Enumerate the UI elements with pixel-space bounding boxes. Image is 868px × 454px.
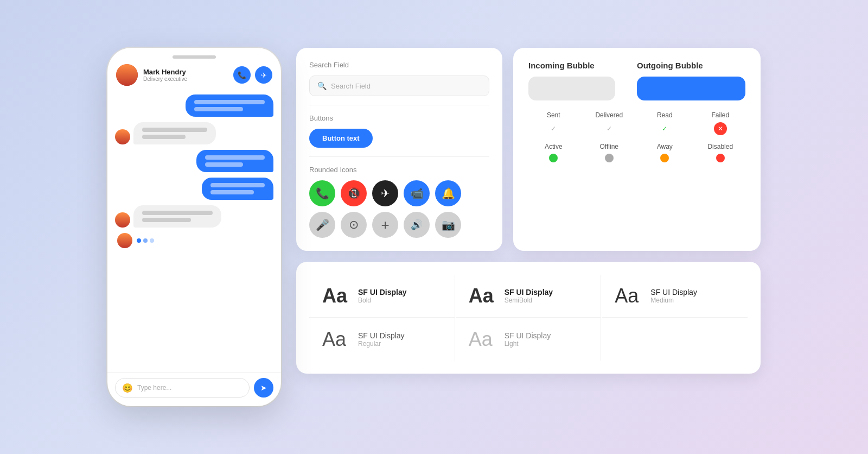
active-dot — [549, 154, 558, 162]
send-icon[interactable]: ✈ — [372, 180, 398, 206]
message-content — [142, 211, 213, 222]
target-icon[interactable]: ⊙ — [341, 212, 367, 238]
type-cell-medium: Aa SF UI Display Medium — [602, 275, 748, 318]
outgoing-bubble-preview — [637, 77, 745, 100]
type-info-regular: SF UI Display Regular — [358, 331, 405, 348]
video-icon[interactable]: 📹 — [404, 180, 430, 206]
incoming-avatar — [115, 129, 130, 144]
incoming-message-2 — [115, 205, 273, 228]
message-line — [142, 128, 207, 132]
message-line — [142, 211, 213, 215]
chat-area — [107, 90, 281, 372]
message-line — [142, 218, 191, 222]
incoming-message-1 — [115, 122, 273, 144]
outgoing-bubble-col: Outgoing Bubble — [637, 61, 745, 100]
buttons-section-title: Buttons — [309, 114, 489, 122]
type-weight-regular: Regular — [358, 340, 405, 348]
demo-button[interactable]: Button text — [309, 129, 373, 148]
read-status: Read ✓ — [640, 111, 690, 135]
search-placeholder-text: Search Field — [331, 82, 371, 90]
end-call-icon[interactable]: 📵 — [341, 180, 367, 206]
search-icon: 🔍 — [317, 81, 327, 90]
search-field[interactable]: 🔍 Search Field — [309, 75, 489, 96]
type-info-semibold: SF UI Display SemiBold — [505, 288, 553, 304]
type-cell-bold: Aa SF UI Display Bold — [309, 275, 455, 318]
contact-info: Mark Hendry Delivery executive — [143, 68, 228, 82]
message-line — [210, 183, 265, 187]
typography-panel: Aa SF UI Display Bold Aa SF UI Display S… — [296, 262, 761, 374]
type-aa-bold: Aa — [322, 285, 349, 307]
disabled-status: Disabled — [695, 143, 746, 162]
search-section-title: Search Field — [309, 61, 489, 69]
type-info-medium: SF UI Display Medium — [650, 288, 697, 304]
type-weight-light: Light — [505, 340, 551, 348]
outgoing-message-3 — [202, 178, 273, 200]
delivered-label: Delivered — [595, 111, 623, 119]
incoming-bubble-col: Incoming Bubble — [528, 61, 615, 100]
failed-label: Failed — [711, 111, 729, 119]
type-font-name: SF UI Display — [505, 288, 553, 297]
type-aa-medium: Aa — [615, 285, 642, 307]
call-button[interactable]: 📞 — [233, 66, 251, 84]
message-content — [142, 128, 207, 139]
message-line — [194, 100, 265, 104]
incoming-bubble-preview — [528, 77, 615, 100]
phone-mockup: Mark Hendry Delivery executive 📞 ✈ — [107, 48, 281, 406]
phone-icon[interactable]: 📞 — [309, 180, 335, 206]
contact-role: Delivery executive — [143, 76, 228, 82]
type-font-name: SF UI Display — [505, 331, 551, 340]
disabled-label: Disabled — [707, 143, 733, 150]
mic-icon[interactable]: 🎤 — [309, 212, 335, 238]
icons-section-title: Rounded Icons — [309, 166, 489, 174]
away-label: Away — [657, 143, 673, 150]
type-cell-semibold: Aa SF UI Display SemiBold — [456, 275, 602, 318]
type-aa-light: Aa — [469, 328, 496, 351]
sent-status: Sent ✓ — [528, 111, 579, 135]
offline-label: Offline — [600, 143, 618, 150]
typing-dots — [137, 238, 154, 243]
failed-status: Failed ✕ — [695, 111, 746, 135]
typing-dot-2 — [143, 238, 148, 243]
type-font-name: SF UI Display — [650, 288, 697, 297]
rounded-icons-row-1: 📞 📵 ✈ 📹 🔔 — [309, 180, 489, 206]
divider-1 — [309, 105, 489, 105]
incoming-bubble-title: Incoming Bubble — [528, 61, 615, 70]
delivered-status: Delivered ✓ — [584, 111, 635, 135]
bell-icon[interactable]: 🔔 — [435, 180, 461, 206]
bubble-top-row: Incoming Bubble Outgoing Bubble — [528, 61, 745, 100]
typing-avatar — [117, 233, 132, 248]
outgoing-message-1 — [186, 94, 273, 117]
incoming-avatar-2 — [115, 212, 130, 228]
message-line — [210, 190, 254, 194]
divider-2 — [309, 156, 489, 157]
incoming-bubble — [133, 122, 216, 144]
typing-indicator — [115, 233, 273, 248]
away-status: Away — [640, 143, 690, 162]
ui-components-panel: Search Field 🔍 Search Field Buttons Butt… — [296, 48, 502, 251]
emoji-icon: 😊 — [122, 383, 133, 393]
message-line — [194, 107, 243, 111]
input-placeholder: Type here... — [137, 384, 171, 392]
message-line — [205, 155, 265, 160]
typing-dot-1 — [137, 238, 141, 243]
camera-icon[interactable]: 📷 — [435, 212, 461, 238]
send-button[interactable]: ➤ — [254, 378, 273, 398]
plus-icon[interactable]: + — [372, 212, 398, 238]
sent-label: Sent — [547, 111, 560, 119]
type-weight-semibold: SemiBold — [505, 297, 553, 304]
top-row: Search Field 🔍 Search Field Buttons Butt… — [296, 48, 761, 251]
contact-avatar — [116, 64, 138, 86]
outgoing-message-2 — [196, 150, 273, 172]
read-check-icon: ✓ — [658, 122, 671, 135]
typing-dot-3 — [150, 238, 154, 243]
volume-icon[interactable]: 🔊 — [404, 212, 430, 238]
video-call-button[interactable]: ✈ — [255, 66, 272, 84]
failed-x-icon: ✕ — [714, 122, 727, 135]
type-weight-bold: Bold — [358, 297, 406, 304]
contact-name: Mark Hendry — [143, 68, 228, 76]
main-layout: Mark Hendry Delivery executive 📞 ✈ — [86, 26, 782, 428]
type-info-light: SF UI Display Light — [505, 331, 551, 348]
type-cell-regular: Aa SF UI Display Regular — [309, 318, 455, 361]
message-input[interactable]: 😊 Type here... — [115, 378, 250, 398]
outgoing-bubble-title: Outgoing Bubble — [637, 61, 745, 70]
